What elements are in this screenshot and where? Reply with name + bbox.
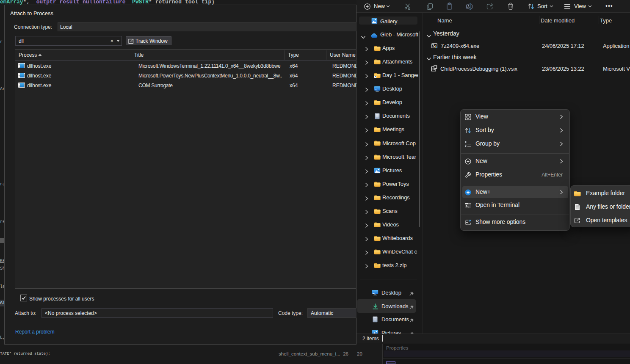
svg-text:7z: 7z [432, 44, 436, 48]
